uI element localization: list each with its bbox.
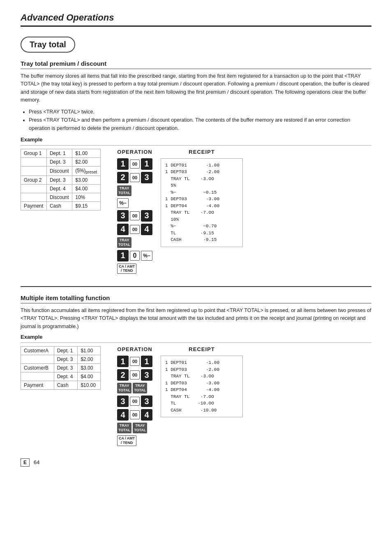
example-1-container: Group 1 Dept. 1 $1.00 Dept. 3 $2.00 Disc… [21, 145, 371, 274]
table-row: Dept. 3 $2.00 [21, 157, 101, 166]
page-number: 64 [34, 459, 39, 465]
tray-total-key2-2: TRAYTOTAL [133, 383, 147, 393]
table-row: Payment Cash $10.00 [21, 381, 101, 390]
table-cell: $2.00 [78, 355, 101, 364]
table-cell: Dept. 3 [46, 176, 72, 184]
table-cell: (5%)preset [72, 166, 101, 176]
example-2-layout: CustomerA Dept. 1 $1.00 Dept. 3 $2.00 Cu… [21, 346, 243, 446]
receipt-column-2: RECEIPT 1 DEPT01 ·1.00 1 DEPT03 ·2.00 TR… [161, 346, 243, 417]
example-1-layout: Group 1 Dept. 1 $1.00 Dept. 3 $2.00 Disc… [21, 149, 243, 274]
tray-total-key-2: TRAYTOTAL [117, 237, 131, 248]
table-row: Discount 10% [21, 193, 101, 201]
table-cell: $3.00 [72, 176, 101, 184]
key-num-1: 1 [141, 158, 152, 170]
bullet-item: Press <TRAY TOTAL> twice. [29, 108, 371, 116]
key-2: 2 [117, 172, 129, 183]
example-label-1: Example [21, 136, 371, 143]
table-row: Group 2 Dept. 3 $3.00 [21, 176, 101, 184]
table-cell: $2.00 [72, 157, 101, 166]
op-col-header: OPERATION [117, 149, 152, 155]
op-step-10pct: 1 0 %− [117, 250, 152, 261]
example-2-table: CustomerA Dept. 1 $1.00 Dept. 3 $2.00 Cu… [21, 346, 101, 390]
percent-minus-key-1: %− [117, 198, 129, 208]
key-00d: 00 [130, 225, 140, 234]
table-cell: $9.15 [72, 201, 101, 210]
section-multiple-totalling: Multiple item totalling function This fu… [21, 294, 371, 446]
key2-00c: 00 [130, 397, 140, 406]
receipt-column-1: RECEIPT 1 DEPT01 ·1.00 1 DEPT03 ·2.00 TR… [161, 149, 243, 247]
table-cell [21, 372, 54, 381]
table-cell: $1.00 [78, 347, 101, 355]
bullet-item: Press <TRAY TOTAL> and then perform a pr… [29, 116, 371, 132]
key2-num-3b: 3 [141, 395, 152, 407]
table-cell: Dept. 4 [46, 184, 72, 193]
table-cell [21, 157, 47, 166]
page-header: Advanced Operations [21, 12, 371, 27]
op-col-header-2: OPERATION [117, 346, 152, 352]
e-label: E [21, 458, 30, 467]
page-footer: E 64 [21, 458, 371, 467]
receipt-box-2: 1 DEPT01 ·1.00 1 DEPT03 ·2.00 TRAY TL ·3… [161, 356, 243, 417]
tray-total-key-1: TRAYTOTAL [117, 185, 131, 196]
table-cell: $1.00 [72, 149, 101, 157]
op-inner-1: 1 00 1 2 00 3 TRAYTOTAL [117, 158, 152, 274]
key-00b: 00 [130, 173, 140, 182]
op-step-ca: CA / AMT/ TEND [117, 264, 136, 274]
key-0: 0 [130, 251, 140, 261]
key2-2: 2 [117, 369, 129, 381]
table-cell: $3.00 [78, 364, 101, 372]
table-cell: Dept. 3 [54, 364, 78, 372]
op-step-pct1: %− [117, 198, 129, 208]
receipt-col-header-2: RECEIPT [161, 346, 243, 352]
key-00c: 00 [130, 211, 140, 220]
key-00: 00 [130, 160, 140, 169]
table-cell: Cash [46, 201, 72, 210]
table-cell: Group 1 [21, 149, 47, 157]
bullet-list-1: Press <TRAY TOTAL> twice. Press <TRAY TO… [29, 108, 371, 132]
body-text-2: This function accumulates all items regi… [21, 307, 371, 331]
op2-step-2: 2 00 3 [117, 369, 152, 381]
table-cell: Cash [54, 381, 78, 390]
body-text-1: The buffer memory stores all items that … [21, 72, 371, 104]
op-inner-2: 1 00 1 2 00 3 TRAYTOTAL [117, 356, 152, 446]
tray-total-key2-1: TRAYTOTAL [117, 383, 131, 393]
op2-step-1: 1 00 1 [117, 356, 152, 367]
example-1-table: Group 1 Dept. 1 $1.00 Dept. 3 $2.00 Disc… [21, 149, 101, 210]
key2-00: 00 [130, 357, 140, 366]
op-step-4: 4 00 4 [117, 224, 152, 235]
table-cell: Discount [46, 193, 72, 201]
table-cell: Dept. 1 [46, 149, 72, 157]
op2-step-tray2: TRAYTOTAL TRAYTOTAL [117, 423, 147, 433]
table-row: CustomerB Dept. 3 $3.00 [21, 364, 101, 372]
key2-00d: 00 [130, 410, 140, 419]
op-step-1: 1 00 1 [117, 158, 152, 170]
table-cell: $10.00 [78, 381, 101, 390]
operation-column-1: OPERATION 1 00 1 2 00 3 [117, 149, 152, 274]
operation-column-2: OPERATION 1 00 1 2 00 3 [117, 346, 152, 446]
table-row: Dept. 3 $2.00 [21, 355, 101, 364]
key-num-3b: 3 [141, 210, 152, 222]
subsection-heading-1: Tray total premium / discount [21, 60, 371, 69]
table-cell: Group 2 [21, 176, 47, 184]
ca-amt-key-1: CA / AMT/ TEND [117, 264, 136, 274]
key2-num-4: 4 [141, 409, 152, 421]
op-step-3: 3 00 3 [117, 210, 152, 222]
key-num-4: 4 [141, 224, 152, 235]
receipt-col-header: RECEIPT [161, 149, 243, 155]
table-cell: Dept. 3 [46, 157, 72, 166]
table-row: Payment Cash $9.15 [21, 201, 101, 210]
key-4: 4 [117, 224, 129, 235]
header-title: Advanced Operations [21, 12, 371, 23]
table-cell: $4.00 [78, 372, 101, 381]
op2-step-3: 3 00 3 [117, 395, 152, 407]
key-num-3a: 3 [141, 172, 152, 183]
key2-4: 4 [117, 409, 129, 421]
key2-1: 1 [117, 356, 129, 367]
example-label-2: Example [21, 334, 371, 340]
section-tray-total: Tray total Tray total premium / discount… [21, 37, 371, 274]
table-cell: Payment [21, 381, 54, 390]
table-row: Discount (5%)preset [21, 166, 101, 176]
table-row: Dept. 4 $4.00 [21, 372, 101, 381]
table-cell: CustomerA [21, 347, 54, 355]
table-cell [21, 166, 47, 176]
